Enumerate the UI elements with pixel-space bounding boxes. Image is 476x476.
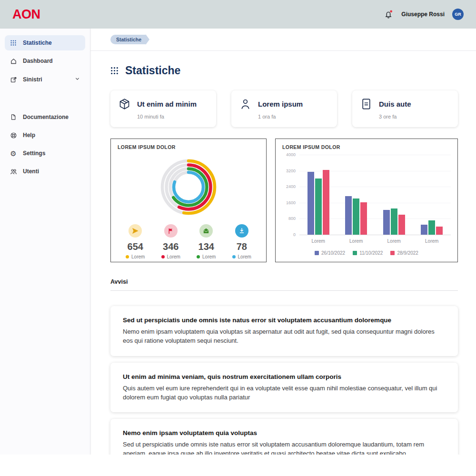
download-icon <box>235 224 248 238</box>
legend-dot <box>197 255 200 258</box>
donut-rings-chart <box>152 151 225 223</box>
sidebar-item-statistiche[interactable]: Statistiche <box>5 35 85 50</box>
legend-item: 28/9/2022 <box>390 250 418 256</box>
stat-download: 78 Lorem <box>224 224 260 259</box>
legend-dot <box>126 255 129 258</box>
bar <box>383 210 390 235</box>
main-area: Statistiche Statistiche Ut enim ad minim… <box>90 29 476 455</box>
stat-label: Lorem <box>131 254 145 259</box>
alert-title: Nemo enim ipsam voluptatem quia voluptas <box>123 429 446 436</box>
stat-flag: 346 Lorem <box>153 224 189 259</box>
top-header: AON Giuseppe Rossi GR <box>0 0 476 29</box>
y-axis-tick-label: 2400 <box>286 184 296 189</box>
sidebar-item-label: Help <box>23 132 35 139</box>
stat-label: Lorem <box>238 254 251 259</box>
alert-card[interactable]: Ut enim ad minima veniam, quis nostrum e… <box>110 363 458 413</box>
gear-icon: ⚙ <box>10 149 17 157</box>
bar <box>360 202 367 235</box>
x-axis-label: Lorem <box>387 238 401 244</box>
sidebar-item-utenti[interactable]: Utenti <box>5 164 85 179</box>
sidebar-item-label: Utenti <box>23 168 39 175</box>
stat-value: 78 <box>237 241 247 252</box>
legend-swatch <box>390 251 395 255</box>
bar <box>345 196 352 235</box>
alert-card[interactable]: Nemo enim ipsam voluptatem quia voluptas… <box>110 419 458 455</box>
sidebar-item-sinistri[interactable]: Sinistri <box>5 71 85 88</box>
sidebar-item-settings[interactable]: ⚙ Settings <box>5 146 85 161</box>
alerts-heading: Avvisi <box>110 278 458 285</box>
bar <box>421 225 427 235</box>
bar <box>353 198 359 235</box>
alert-card[interactable]: Sed ut perspiciatis unde omnis iste natu… <box>110 306 458 356</box>
x-axis-label: Lorem <box>312 238 325 244</box>
bar-group <box>383 208 405 235</box>
bar-legend: 26/10/202211/10/202228/9/2022 <box>282 250 451 256</box>
bar <box>398 215 405 235</box>
document-icon <box>360 98 373 110</box>
sidebar-item-dashboard[interactable]: Dashboard <box>5 53 85 69</box>
summary-card-package[interactable]: Ut enim ad minim 10 minuti fa <box>110 90 216 127</box>
notification-dot <box>390 10 393 13</box>
sidebar-item-label: Statistiche <box>23 40 52 46</box>
card-time: 1 ora fa <box>258 114 329 119</box>
y-axis-tick-label: 3200 <box>286 169 296 173</box>
bar <box>323 170 329 235</box>
panel-title: LOREM IPSUM DOLOR <box>118 144 259 150</box>
bar <box>436 227 443 235</box>
summary-card-person[interactable]: Lorem ipsum 1 ora fa <box>231 90 337 127</box>
y-axis-tick-label: 0 <box>293 232 296 237</box>
x-axis-label: Lorem <box>425 238 438 244</box>
bar-group <box>307 170 329 235</box>
bar <box>428 220 435 235</box>
y-axis-tick-label: 1600 <box>286 200 296 205</box>
summary-cards-row: Ut enim ad minim 10 minuti fa Lorem ipsu… <box>110 90 458 127</box>
bell-icon <box>383 9 394 20</box>
stat-sent: 654 Lorem <box>118 224 153 259</box>
file-icon <box>10 113 17 121</box>
alert-title: Sed ut perspiciatis unde omnis iste natu… <box>123 317 446 324</box>
breadcrumb-row: Statistiche <box>90 29 476 51</box>
aon-logo: AON <box>12 7 40 22</box>
bar <box>315 178 322 235</box>
card-title: Duis aute <box>379 100 411 108</box>
panel-title: LOREM IPSUM DOLOR <box>282 144 451 150</box>
chevron-down-icon[interactable] <box>74 75 80 84</box>
flag-icon <box>164 224 178 238</box>
alert-title: Ut enim ad minima veniam, quis nostrum e… <box>123 373 446 380</box>
stat-label: Lorem <box>167 254 180 259</box>
home-icon <box>10 57 17 65</box>
sidebar-item-help[interactable]: Help <box>5 128 85 143</box>
breadcrumb[interactable]: Statistiche <box>110 35 146 44</box>
sidebar-item-documentazione[interactable]: Documentazione <box>5 109 85 125</box>
legend-label: 26/10/2022 <box>321 250 345 256</box>
sidebar-item-label: Dashboard <box>23 58 53 64</box>
bar <box>391 208 397 235</box>
sidebar-item-label: Settings <box>23 150 45 157</box>
grid-dots-icon <box>10 39 17 47</box>
bar-chart: 08001600240032004000 LoremLoremLoremLore… <box>282 150 451 257</box>
user-name: Giuseppe Rossi <box>401 11 445 18</box>
card-title: Lorem ipsum <box>258 100 303 108</box>
stat-label: Lorem <box>202 254 216 259</box>
claims-export-icon <box>10 76 17 83</box>
bar <box>307 172 314 235</box>
alert-body: Nemo enim ipsam voluptatem quia voluptas… <box>123 327 446 346</box>
grid-dots-icon <box>110 67 119 75</box>
legend-item: 26/10/2022 <box>315 250 345 256</box>
stat-value: 134 <box>198 241 214 252</box>
divider <box>110 290 458 291</box>
bar-chart-panel: LOREM IPSUM DOLOR 08001600240032004000 L… <box>275 139 458 262</box>
legend-label: 28/9/2022 <box>397 250 418 256</box>
legend-label: 11/10/2022 <box>359 250 383 256</box>
gridline <box>299 235 451 235</box>
notifications-button[interactable] <box>383 9 394 20</box>
sidebar-secondary-group: Documentazione Help ⚙ Settings Utent <box>5 109 85 179</box>
users-icon <box>10 168 17 175</box>
page-title: Statistiche <box>125 64 180 77</box>
summary-card-document[interactable]: Duis aute 3 ore fa <box>352 90 458 127</box>
card-time: 10 minuti fa <box>137 114 208 119</box>
stat-value: 346 <box>163 241 178 252</box>
bar-group <box>345 196 367 235</box>
user-avatar[interactable]: GR <box>452 9 464 20</box>
y-axis-tick-label: 4000 <box>286 152 296 157</box>
